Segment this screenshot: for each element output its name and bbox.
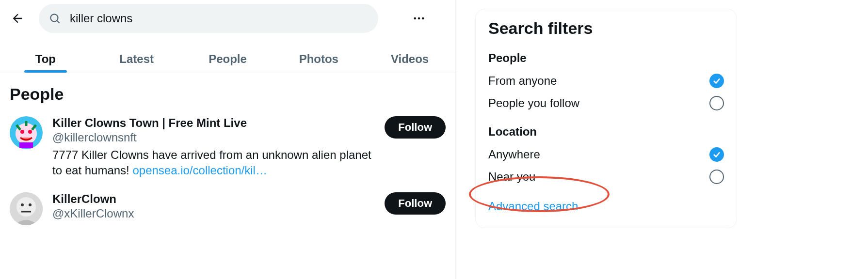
svg-point-7	[20, 130, 24, 134]
avatar[interactable]	[10, 116, 43, 149]
person-row[interactable]: Killer Clowns Town | Free Mint Live@kill…	[0, 109, 455, 186]
filter-option[interactable]: From anyone	[488, 70, 724, 92]
svg-point-3	[418, 17, 420, 20]
arrow-left-icon	[11, 12, 24, 25]
filter-group-label: People	[488, 51, 724, 65]
handle: @xKillerClownx	[52, 207, 385, 220]
main-column: TopLatestPeoplePhotosVideos People Kille…	[0, 0, 456, 279]
svg-point-8	[28, 130, 32, 134]
radio[interactable]	[709, 96, 724, 110]
filter-option[interactable]: Near you	[488, 166, 724, 188]
search-filters-card: Search filters PeopleFrom anyonePeople y…	[475, 9, 737, 228]
avatar[interactable]	[10, 192, 43, 225]
more-icon	[412, 12, 426, 25]
sidebar: Search filters PeopleFrom anyonePeople y…	[456, 0, 868, 279]
filter-option[interactable]: People you follow	[488, 92, 724, 114]
svg-line-1	[57, 21, 60, 23]
follow-button[interactable]: Follow	[385, 116, 446, 139]
bio: 7777 Killer Clowns have arrived from an …	[52, 147, 382, 179]
svg-point-12	[21, 203, 24, 206]
svg-point-13	[29, 203, 32, 206]
filter-option-label: People you follow	[488, 96, 579, 110]
advanced-search-link[interactable]: Advanced search	[488, 200, 578, 213]
filter-group-label: Location	[488, 125, 724, 139]
svg-rect-9	[19, 142, 33, 148]
section-title-people: People	[0, 73, 455, 109]
tab-top[interactable]: Top	[0, 44, 91, 73]
filter-option-label: From anyone	[488, 74, 557, 88]
follow-button[interactable]: Follow	[385, 192, 446, 215]
svg-point-0	[50, 14, 58, 21]
back-button[interactable]	[8, 9, 27, 28]
svg-point-11	[16, 197, 36, 217]
handle: @killerclownsnft	[52, 131, 385, 144]
filters-title: Search filters	[488, 19, 724, 38]
search-icon	[48, 12, 61, 25]
display-name: Killer Clowns Town | Free Mint Live	[52, 116, 385, 130]
radio-checked[interactable]	[709, 74, 724, 88]
people-list: Killer Clowns Town | Free Mint Live@kill…	[0, 109, 455, 232]
tab-people[interactable]: People	[182, 44, 273, 73]
radio[interactable]	[709, 170, 724, 184]
tabs: TopLatestPeoplePhotosVideos	[0, 44, 455, 73]
radio-checked[interactable]	[709, 147, 724, 162]
display-name: KillerClown	[52, 192, 385, 206]
search-header	[0, 0, 455, 37]
person-row[interactable]: KillerClown@xKillerClownxFollow	[0, 186, 455, 232]
filter-option-label: Near you	[488, 170, 535, 184]
search-input[interactable]	[70, 12, 369, 25]
bio-link[interactable]: opensea.io/collection/kil…	[132, 164, 267, 177]
tab-photos[interactable]: Photos	[273, 44, 364, 73]
tab-latest[interactable]: Latest	[91, 44, 182, 73]
svg-point-2	[414, 17, 417, 20]
more-button[interactable]	[409, 9, 429, 28]
search-bar[interactable]	[39, 4, 378, 33]
filter-option[interactable]: Anywhere	[488, 143, 724, 166]
svg-point-4	[422, 17, 424, 20]
tab-videos[interactable]: Videos	[364, 44, 455, 73]
filter-option-label: Anywhere	[488, 148, 540, 161]
